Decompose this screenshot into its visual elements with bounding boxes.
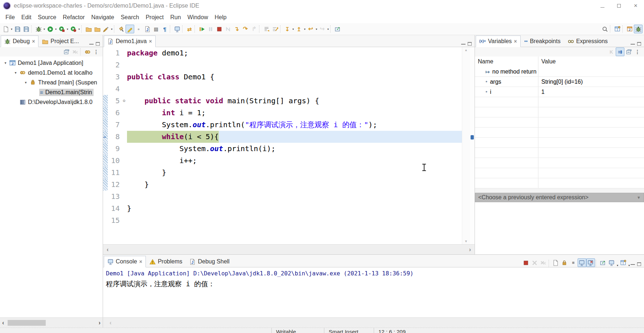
annotation-ruler[interactable] xyxy=(470,47,475,244)
step-return-button[interactable]: ↱ xyxy=(250,25,258,33)
code-text[interactable] xyxy=(127,215,462,226)
terminate-button[interactable] xyxy=(522,258,530,267)
code-text[interactable]: System.out.println(i); xyxy=(127,143,462,155)
run-to-line-button[interactable]: ↧ xyxy=(283,25,292,33)
open-console-button[interactable] xyxy=(619,258,628,267)
remove-all-terminated-button[interactable] xyxy=(539,258,548,267)
maximize-view-button[interactable] xyxy=(637,42,641,46)
close-window-button[interactable]: × xyxy=(627,0,644,12)
line-number[interactable]: 5 xyxy=(108,95,121,107)
code-text[interactable]: } xyxy=(127,203,462,215)
console-output[interactable]: Demo1 [Java Application] D:\Develop\Java… xyxy=(103,267,644,317)
line-number[interactable]: 6 xyxy=(108,107,121,119)
open-resource-button[interactable] xyxy=(93,25,102,33)
code-text[interactable]: package demo1; xyxy=(127,47,462,59)
line-number[interactable]: 3 xyxy=(108,71,121,83)
editor-hscrollbar[interactable]: ‹ › xyxy=(103,244,475,254)
remove-all-terminated-button[interactable] xyxy=(71,47,79,56)
close-icon[interactable]: × xyxy=(149,38,152,44)
tab-debug-shell[interactable]: Debug Shell xyxy=(186,256,233,267)
line-number[interactable]: 15 xyxy=(108,215,121,226)
debug-perspective-button[interactable] xyxy=(634,25,643,33)
code-text[interactable]: while(i < 5){ xyxy=(127,131,462,143)
breakpoint-gutter[interactable] xyxy=(103,215,108,226)
empty-table-row[interactable] xyxy=(475,148,644,158)
breakpoint-gutter[interactable] xyxy=(103,179,108,191)
code-line-3[interactable]: 3public class Demo1 { xyxy=(103,71,462,83)
fold-collapse-icon[interactable]: ⊖ xyxy=(121,95,127,107)
code-line-8[interactable]: →8 while(i < 5){ xyxy=(103,131,462,143)
empty-table-row[interactable] xyxy=(475,117,644,128)
scrollbar-thumb[interactable] xyxy=(8,320,46,326)
editor-vscrollbar[interactable]: ▲ ▼ xyxy=(462,47,470,244)
variable-row-args[interactable]: ●argsString[0] (id=16) xyxy=(475,77,644,87)
tree-item-thread-main-suspe[interactable]: ▾Thread [main] (Suspen xyxy=(0,78,103,87)
code-text[interactable]: int i = 1; xyxy=(127,107,462,119)
step-over-button[interactable]: ↷ xyxy=(241,25,250,33)
tab-problems[interactable]: Problems xyxy=(146,256,186,267)
code-text[interactable]: public static void main(String[] args) { xyxy=(127,95,462,107)
collapse-all-button[interactable] xyxy=(62,47,71,56)
tree-expand-icon[interactable]: ▾ xyxy=(22,80,29,84)
code-area[interactable]: 1package demo1;23public class Demo1 {45⊖… xyxy=(103,47,462,244)
code-line-6[interactable]: 6 int i = 1; xyxy=(103,107,462,119)
breakpoint-gutter[interactable] xyxy=(103,107,108,119)
scroll-down-icon[interactable]: ▼ xyxy=(464,240,468,243)
code-line-2[interactable]: 2 xyxy=(103,59,462,71)
breakpoint-gutter[interactable] xyxy=(103,119,108,131)
code-text[interactable] xyxy=(127,191,462,203)
code-text[interactable]: public class Demo1 { xyxy=(127,71,462,83)
tree-expand-icon[interactable]: ▾ xyxy=(2,61,9,65)
menu-item-project[interactable]: Project xyxy=(142,13,167,22)
maximize-view-button[interactable] xyxy=(637,262,641,266)
maximize-view-button[interactable] xyxy=(96,42,100,46)
code-line-1[interactable]: 1package demo1; xyxy=(103,47,462,59)
line-number[interactable]: 2 xyxy=(108,59,121,71)
dropdown-arrow-icon[interactable]: ▾ xyxy=(617,264,618,267)
dropdown-arrow-icon[interactable]: ▾ xyxy=(628,264,630,267)
line-number[interactable]: 13 xyxy=(108,191,121,203)
code-line-10[interactable]: 10 i++; xyxy=(103,155,462,167)
menu-item-help[interactable]: Help xyxy=(211,13,230,22)
code-line-15[interactable]: 15 xyxy=(103,215,462,226)
minimize-view-button[interactable] xyxy=(631,263,635,265)
breakpoint-gutter[interactable] xyxy=(103,59,108,71)
view-menu-button[interactable]: ⋮ xyxy=(92,47,101,56)
minimize-view-button[interactable] xyxy=(461,43,465,45)
breakpoint-gutter[interactable] xyxy=(103,191,108,203)
search-button[interactable] xyxy=(117,25,126,33)
menu-item-window[interactable]: Window xyxy=(184,13,212,22)
java-perspective-button[interactable] xyxy=(625,25,634,33)
disconnect-button[interactable] xyxy=(223,25,232,33)
scroll-up-icon[interactable]: ▲ xyxy=(464,48,468,52)
expression-combo[interactable]: <Choose a previously entered expression>… xyxy=(475,193,644,202)
show-on-stdout-button[interactable] xyxy=(578,258,586,267)
breakpoint-gutter[interactable] xyxy=(103,203,108,215)
breakpoint-gutter[interactable] xyxy=(103,143,108,155)
code-line-11[interactable]: 11 } xyxy=(103,167,462,179)
debug-view-options-button[interactable] xyxy=(83,47,92,56)
column-header-name[interactable]: Name xyxy=(475,57,538,67)
code-text[interactable]: } xyxy=(127,179,462,191)
tree-item-demo1-main-strin[interactable]: ≡Demo1.main(Strin xyxy=(0,87,103,97)
code-line-13[interactable]: 13 xyxy=(103,191,462,203)
word-wrap-button[interactable]: ■ xyxy=(569,258,578,267)
save-all-button[interactable] xyxy=(22,25,30,33)
variable-row-i[interactable]: ●i1 xyxy=(475,87,644,97)
menu-item-refactor[interactable]: Refactor xyxy=(60,13,88,22)
scroll-left-icon[interactable]: ‹ xyxy=(2,320,4,326)
empty-table-row[interactable] xyxy=(475,138,644,148)
breakpoint-gutter[interactable]: → xyxy=(103,131,108,143)
minimize-view-button[interactable] xyxy=(631,43,635,45)
quick-access-search-button[interactable] xyxy=(600,25,609,33)
dropdown-arrow-icon[interactable]: ▾ xyxy=(327,28,329,31)
line-number[interactable]: 8 xyxy=(108,131,121,143)
tab-demo1-java[interactable]: Demo1.java× xyxy=(104,36,156,47)
show-on-stderr-button[interactable] xyxy=(586,258,595,267)
tab-project-e[interactable]: Project E... xyxy=(38,36,82,47)
tab-expressions[interactable]: Expressions xyxy=(564,36,611,47)
dropdown-arrow-icon[interactable]: ▾ xyxy=(67,28,68,31)
breakpoint-gutter[interactable] xyxy=(103,83,108,95)
menu-item-file[interactable]: File xyxy=(2,13,18,22)
code-text[interactable] xyxy=(127,83,462,95)
